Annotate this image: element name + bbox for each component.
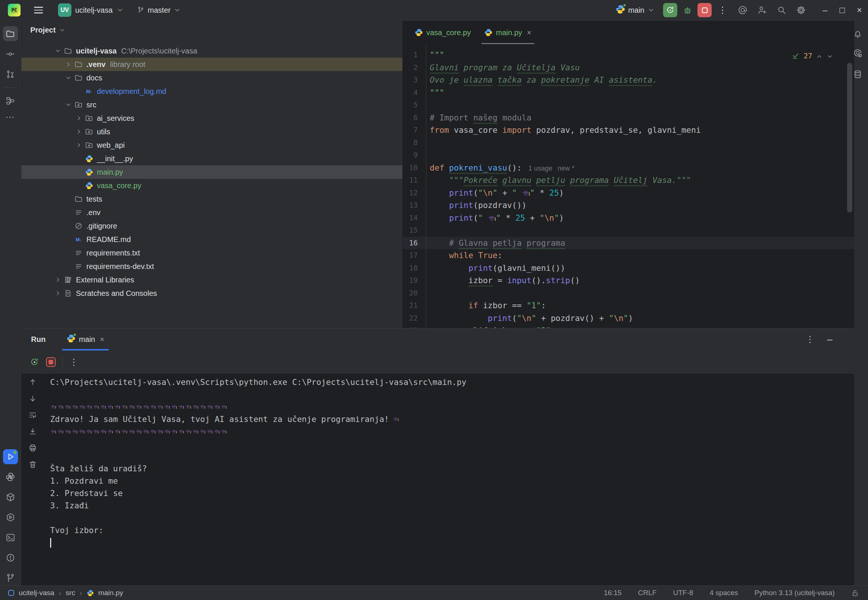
tree-item--gitignore[interactable]: .gitignore [21,219,402,233]
more-actions-button[interactable]: ⋮ [717,5,728,15]
debug-button[interactable] [680,3,694,17]
scroll-to-end-button[interactable] [27,426,38,436]
lock-open-icon[interactable] [851,589,859,597]
close-button[interactable]: × [851,5,868,15]
main-menu-button[interactable] [34,7,43,13]
vcs-branch-widget[interactable]: master [136,6,181,15]
tree-chevron-icon[interactable] [64,73,73,82]
tree-item-utils[interactable]: utils [21,125,402,138]
tool-structure-button[interactable] [3,93,18,108]
status-item[interactable]: UTF-8 [673,589,693,597]
soft-wrap-button[interactable] [27,410,38,420]
editor-scrollbar[interactable] [847,63,852,212]
rerun-console-button[interactable] [30,357,39,367]
tree-item-ai-services[interactable]: ai_services [21,112,402,125]
tree-item-web-api[interactable]: web_api [21,138,402,152]
console-output[interactable]: C:\Projects\ucitelj-vasa\.venv\Scripts\p… [44,374,854,585]
code-with-me-button[interactable] [757,5,767,15]
prev-problem-button[interactable] [816,52,823,60]
clear-all-button[interactable] [27,459,38,470]
pull-request-icon [6,70,15,79]
hide-panel-button[interactable]: – [827,334,832,345]
tool-pull-requests-button[interactable] [3,67,18,82]
breadcrumb-item[interactable]: ucitelj-vasa [19,589,54,597]
print-button[interactable] [27,442,38,453]
tree-chevron-icon[interactable] [64,100,73,109]
graduation-cap-icon [178,429,184,435]
tree-chevron-icon[interactable] [74,114,83,123]
search-everywhere-button[interactable] [777,5,786,15]
tree-chevron-icon[interactable] [64,60,73,69]
graduation-cap-icon [128,429,134,435]
code-editor[interactable]: 1"""2Glavni program za Učitelja Vasu3Ovo… [403,44,854,328]
settings-button[interactable] [796,5,806,15]
tree-item-external-libraries[interactable]: External Libraries [21,273,402,286]
maximize-button[interactable]: □ [833,5,851,15]
breadcrumb-item[interactable]: src [66,589,75,597]
run-console[interactable]: C:\Projects\ucitelj-vasa\.venv\Scripts\p… [21,374,854,585]
run-panel-options-button[interactable]: ⋮ [806,335,815,344]
stop-button[interactable] [697,3,712,17]
project-widget[interactable]: UV ucitelj-vasa [58,3,124,17]
tool-problems-button[interactable] [3,550,18,565]
close-icon[interactable]: × [100,335,104,344]
status-item[interactable]: 4 spaces [710,589,738,597]
ai-assistant-button[interactable] [738,5,748,15]
close-icon[interactable]: × [527,29,531,37]
tool-commit-button[interactable] [3,46,18,61]
prev-occurrence-button[interactable] [27,377,38,387]
tree-item-label: tests [86,195,102,203]
rerun-button[interactable] [663,3,677,17]
breadcrumb-item[interactable]: main.py [98,589,123,597]
tree-item-vasa-core-py[interactable]: vasa_core.py [21,179,402,192]
minimize-button[interactable]: – [817,5,833,15]
inspection-widget[interactable]: 27 [792,52,833,60]
tree-item-requirements-dev-txt[interactable]: requirements-dev.txt [21,260,402,273]
run-configuration-selector[interactable]: main [615,5,655,16]
tree-item-readme-md[interactable]: M↓README.md [21,233,402,246]
run-tab-main[interactable]: main × [62,329,109,350]
editor-tab-vasa-core-py[interactable]: vasa_core.py [408,21,478,44]
tree-item-main-py[interactable]: main.py [21,165,402,179]
tool-services-button[interactable] [3,510,18,525]
tree-chevron-icon[interactable] [53,275,62,284]
tool-terminal-button[interactable] [3,530,18,545]
ai-assistant-icon [738,5,748,15]
tree-item-scratches-and-consoles[interactable]: Scratches and Consoles [21,286,402,300]
python-run-icon [67,334,76,345]
tree-item--env[interactable]: .env [21,206,402,219]
stop-console-button[interactable] [46,357,56,367]
tree-item-src[interactable]: src [21,98,402,112]
project-panel-header[interactable]: Project [21,21,402,39]
next-occurrence-button[interactable] [27,393,38,404]
status-item[interactable]: 16:15 [604,589,622,597]
text-cursor[interactable] [50,538,51,548]
tree-item--venv[interactable]: .venvlibrary root [21,58,402,71]
line-number: 8 [403,136,421,149]
tree-chevron-icon[interactable] [53,46,62,55]
console-more-button[interactable]: ⋮ [70,357,78,367]
tree-chevron-icon[interactable] [53,289,62,298]
lines-icon [74,248,83,258]
code-line-5: 5 [403,99,854,112]
line-number: 6 [403,112,421,124]
status-item[interactable]: CRLF [638,589,657,597]
tree-item--init-py[interactable]: __init__.py [21,152,402,165]
next-problem-button[interactable] [827,52,833,60]
tree-item-docs[interactable]: docs [21,71,402,85]
status-item[interactable]: Python 3.13 (ucitelj-vasa) [755,589,835,597]
tool-python-console-button[interactable] [3,470,18,485]
editor-area[interactable]: vasa_core.pymain.py× 1"""2Glavni program… [403,21,854,328]
tree-item-tests[interactable]: tests [21,192,402,206]
tree-item-requirements-txt[interactable]: requirements.txt [21,246,402,260]
tool-python-packages-button[interactable] [3,489,18,505]
tree-chevron-icon[interactable] [74,127,83,136]
tree-chevron-icon[interactable] [74,141,83,150]
tool-project-button[interactable] [3,26,18,41]
tool-more-button[interactable]: ⋯ [6,112,15,122]
tool-version-control-button[interactable] [3,570,18,585]
tree-item-development-log-md[interactable]: M↓development_log.md [21,85,402,98]
tree-item-ucitelj-vasa[interactable]: ucitelj-vasaC:\Projects\ucitelj-vasa [21,44,402,58]
editor-tab-main-py[interactable]: main.py× [478,21,538,44]
tool-run-button[interactable] [3,449,18,464]
